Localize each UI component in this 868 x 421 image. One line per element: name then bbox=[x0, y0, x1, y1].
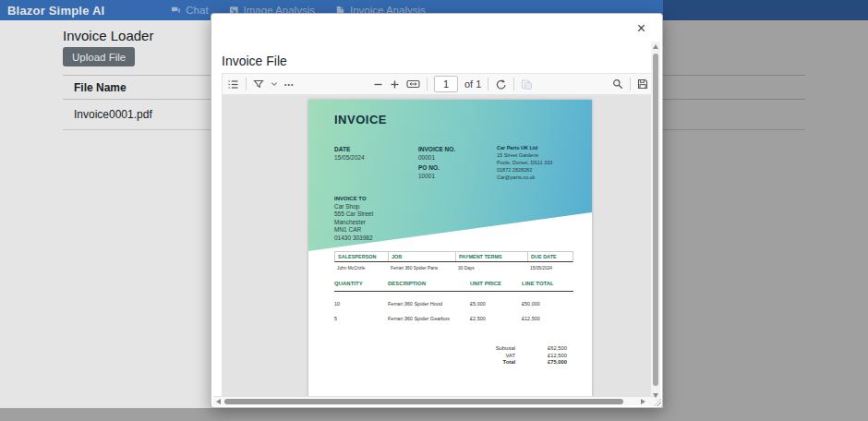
items-table-header: QUANTITY DESCRIPTION UNIT PRICE LINE TOT… bbox=[334, 281, 573, 292]
save-icon[interactable] bbox=[637, 78, 648, 90]
vertical-scrollbar-thumb[interactable] bbox=[653, 54, 658, 386]
pdf-page: INVOICE DATE 15/05/2024 INVOICE NO. 0000… bbox=[308, 100, 592, 401]
search-icon[interactable] bbox=[612, 78, 623, 90]
close-icon[interactable]: × bbox=[637, 21, 645, 36]
subtotal-label: Subtotal bbox=[478, 345, 515, 353]
scroll-left-icon[interactable] bbox=[216, 399, 221, 404]
meta-value-cell: 15/05/2024 bbox=[527, 265, 573, 271]
subtotal-value: £62,500 bbox=[515, 345, 567, 353]
items-header-cell: LINE TOTAL bbox=[522, 281, 554, 286]
outline-icon[interactable] bbox=[227, 78, 239, 90]
item-line-total: £50,000 bbox=[522, 301, 540, 307]
seller-phone: 01872 2828282 bbox=[497, 166, 552, 174]
total-value: £75,000 bbox=[515, 359, 567, 367]
item-description: Ferrari 360 Spider Hood bbox=[388, 301, 442, 307]
seller-name: Car Parts UK Ltd bbox=[497, 144, 552, 151]
toolbar-separator bbox=[427, 78, 428, 90]
meta-value-cell: 30 Days bbox=[455, 265, 527, 271]
item-row: 5 Ferrari 360 Spider Gearbox £2,500 £12,… bbox=[334, 316, 573, 325]
invoice-to-line: MN1 CAR bbox=[334, 226, 373, 235]
app-brand[interactable]: Blazor Simple AI bbox=[7, 4, 104, 18]
seller-address-line: 15 Street Gardens bbox=[497, 151, 552, 159]
date-label: DATE bbox=[334, 146, 350, 152]
upload-file-button[interactable]: Upload File bbox=[63, 47, 135, 66]
invoice-title: INVOICE bbox=[334, 113, 387, 126]
app-root: Blazor Simple AI Chat Image Analysis Inv… bbox=[0, 0, 868, 421]
invoice-totals: Subtotal £62,500 VAT £12,500 Total £75,0… bbox=[334, 345, 567, 367]
date-value: 15/05/2024 bbox=[334, 154, 365, 161]
rotate-icon[interactable] bbox=[495, 78, 507, 90]
meta-value-cell: John McCrizle bbox=[334, 265, 388, 271]
horizontal-scrollbar-thumb[interactable] bbox=[224, 399, 623, 404]
items-header-cell: DESCRIPTION bbox=[388, 281, 426, 286]
vat-label: VAT bbox=[478, 353, 515, 360]
pdf-viewer-canvas[interactable]: INVOICE DATE 15/05/2024 INVOICE NO. 0000… bbox=[222, 95, 654, 401]
annotation-icon[interactable] bbox=[253, 78, 264, 90]
invoice-to-line: 01430 303982 bbox=[334, 235, 373, 243]
po-no-value: 10001 bbox=[418, 173, 435, 179]
invoice-file-modal: × Invoice File ••• bbox=[211, 13, 663, 408]
organize-pages-icon bbox=[521, 78, 533, 90]
po-no-label: PO NO. bbox=[418, 164, 440, 171]
page-title: Invoice Loader bbox=[63, 28, 153, 43]
invoice-meta-table: SALESPERSON JOB PAYMENT TERMS DUE DATE J… bbox=[334, 251, 573, 271]
invoice-no-value: 00001 bbox=[418, 154, 435, 161]
pdf-toolbar: ••• of 1 bbox=[222, 73, 654, 95]
item-row: 10 Ferrari 360 Spider Hood £5,000 £50,00… bbox=[334, 301, 573, 310]
toolbar-separator bbox=[513, 78, 514, 90]
chat-icon bbox=[171, 6, 181, 16]
more-options-icon[interactable]: ••• bbox=[284, 81, 294, 88]
seller-email: Car@parts.co.uk bbox=[497, 174, 552, 181]
invoice-no-label: INVOICE NO. bbox=[418, 146, 455, 152]
meta-value-cell: Ferrari 360 Spider Parts bbox=[388, 265, 455, 271]
nav-link-chat[interactable]: Chat bbox=[171, 5, 208, 16]
vertical-scrollbar[interactable] bbox=[651, 42, 660, 401]
scroll-right-icon[interactable] bbox=[641, 399, 645, 404]
vat-value: £12,500 bbox=[515, 353, 567, 360]
items-header-cell: UNIT PRICE bbox=[470, 281, 501, 286]
total-label: Total bbox=[478, 359, 515, 367]
scroll-up-icon[interactable] bbox=[653, 44, 658, 49]
chevron-down-icon[interactable] bbox=[271, 80, 278, 88]
meta-header-cell: PAYMENT TERMS bbox=[456, 252, 528, 261]
zoom-out-icon[interactable] bbox=[373, 79, 383, 90]
fit-to-width-icon[interactable] bbox=[406, 78, 420, 90]
invoice-to-line: Car Shop bbox=[334, 203, 373, 211]
modal-title: Invoice File bbox=[222, 54, 287, 68]
invoice-to-line: Manchester bbox=[334, 219, 373, 227]
horizontal-scrollbar[interactable] bbox=[213, 396, 655, 405]
invoice-to-label: INVOICE TO bbox=[334, 195, 373, 203]
items-header-cell: QUANTITY bbox=[334, 281, 363, 286]
meta-header-cell: SALESPERSON bbox=[335, 252, 389, 261]
seller-address-line: Poole, Dorset, DS11 333 bbox=[497, 159, 552, 166]
item-qty: 5 bbox=[334, 316, 337, 321]
item-unit-price: £5,000 bbox=[470, 301, 486, 307]
seller-address-block: Car Parts UK Ltd 15 Street Gardens Poole… bbox=[497, 144, 552, 181]
item-description: Ferrari 360 Spider Gearbox bbox=[388, 316, 450, 321]
zoom-in-icon[interactable] bbox=[390, 79, 400, 90]
page-number-input[interactable] bbox=[434, 76, 458, 92]
page-count-label: of 1 bbox=[464, 78, 481, 90]
meta-header-cell: JOB bbox=[389, 252, 456, 261]
invoice-to-block: INVOICE TO Car Shop 555 Car Street Manch… bbox=[334, 195, 373, 242]
item-qty: 10 bbox=[334, 301, 340, 307]
resize-grip[interactable] bbox=[653, 398, 661, 406]
item-unit-price: £2,500 bbox=[470, 316, 486, 321]
toolbar-separator bbox=[488, 78, 488, 90]
toolbar-separator bbox=[630, 78, 631, 90]
meta-header-cell: DUE DATE bbox=[528, 252, 573, 261]
item-line-total: £12,500 bbox=[522, 316, 540, 321]
invoice-to-line: 555 Car Street bbox=[334, 210, 373, 219]
nav-link-label: Chat bbox=[186, 5, 208, 16]
toolbar-separator bbox=[246, 78, 247, 90]
